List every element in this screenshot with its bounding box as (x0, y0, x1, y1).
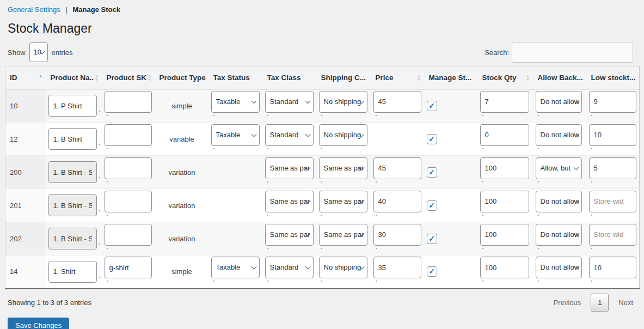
stock-qty-input[interactable] (480, 124, 529, 146)
product-name-input[interactable] (48, 261, 97, 283)
column-header-sku[interactable]: Product SKU▲▼ (102, 66, 155, 89)
manage-stock-checkbox[interactable]: ✓ (427, 200, 437, 211)
tax-class-select[interactable]: Same as par (265, 224, 314, 246)
stock-qty-input[interactable] (480, 191, 529, 212)
product-sku-input[interactable] (105, 224, 152, 246)
field-dot (321, 281, 322, 282)
stock-qty-input[interactable] (480, 91, 529, 113)
price-input[interactable] (373, 91, 421, 113)
shipping-class-select[interactable]: Same as par (319, 224, 367, 246)
manage-stock-checkbox[interactable]: ✓ (427, 234, 437, 244)
field-dot (107, 215, 108, 216)
product-type-label: simple (171, 102, 192, 110)
low-stock-input[interactable] (589, 224, 636, 246)
shipping-class-select[interactable]: No shipping (319, 124, 367, 146)
field-dot (107, 248, 108, 249)
product-sku-input[interactable] (105, 191, 152, 212)
next-button[interactable]: Next (618, 298, 633, 307)
field-dot (267, 115, 268, 116)
product-sku-input[interactable] (105, 157, 152, 179)
column-header-product-name[interactable]: Product Na...▲▼ (46, 66, 102, 89)
column-header-manage-stock[interactable]: Manage St... (425, 66, 478, 89)
shipping-class-select[interactable]: No shipping (319, 91, 367, 113)
low-stock-input[interactable] (589, 91, 636, 113)
field-dot (538, 248, 539, 249)
column-header-shipping-class[interactable]: Shipping C... (317, 66, 371, 89)
column-header-tax-class[interactable]: Tax Class (263, 66, 317, 89)
column-header-stock-qty[interactable]: Stock Qty▲▼ (478, 66, 533, 89)
stock-table: ID▲▼Product Na...▲▼Product SKU▲▼Product … (5, 66, 640, 289)
low-stock-input[interactable] (589, 124, 636, 146)
column-header-product-type[interactable]: Product Type (155, 66, 209, 89)
field-dot (538, 215, 539, 216)
allow-backorders-select[interactable]: Do not allow (536, 124, 582, 146)
column-header-allow-backorders[interactable]: Allow Back... (533, 66, 587, 89)
allow-backorders-select[interactable]: Allow, but (536, 157, 582, 179)
allow-backorders-select[interactable]: Do not allow (536, 91, 582, 113)
field-dot (213, 115, 214, 116)
select-value: Do not allow (541, 131, 580, 139)
field-dot (376, 215, 377, 216)
stock-qty-input[interactable] (480, 157, 529, 179)
allow-backorders-select[interactable]: Do not allow (536, 191, 582, 212)
product-sku-input[interactable] (105, 91, 152, 113)
chevron-down-icon (573, 164, 579, 170)
manage-stock-checkbox[interactable]: ✓ (427, 134, 437, 144)
tax-status-select[interactable]: Taxable (211, 91, 260, 113)
tax-class-select[interactable]: Standard (265, 257, 314, 278)
product-sku-input[interactable] (105, 124, 152, 146)
allow-backorders-select[interactable]: Do not allow (536, 224, 582, 246)
previous-button[interactable]: Previous (554, 298, 581, 307)
breadcrumb-link-general-settings[interactable]: General Settings (8, 5, 60, 14)
column-header-id[interactable]: ID▲▼ (5, 66, 46, 89)
product-name-input[interactable] (48, 228, 97, 249)
table-info: Showing 1 to 3 of 3 entries (5, 298, 91, 307)
manage-stock-checkbox[interactable]: ✓ (427, 167, 437, 178)
price-input[interactable] (373, 257, 421, 278)
search-input[interactable] (512, 42, 633, 63)
column-header-tax-status[interactable]: Tax Status (209, 66, 263, 89)
price-input[interactable] (373, 157, 421, 179)
table-row: 201variationSame as parSame as par✓Do no… (5, 189, 640, 222)
tax-status-select[interactable]: Taxable (211, 257, 260, 278)
stock-qty-input[interactable] (480, 224, 529, 246)
product-type-label: variable (169, 135, 194, 143)
tax-class-select[interactable]: Standard (265, 124, 314, 146)
manage-stock-checkbox[interactable]: ✓ (427, 266, 437, 277)
product-name-input[interactable] (48, 95, 97, 117)
column-label: Stock Qty (482, 74, 517, 82)
allow-backorders-select[interactable]: Do not allow (536, 257, 582, 278)
tax-status-select[interactable]: Taxable (211, 124, 260, 146)
entries-select[interactable]: 10 (29, 42, 48, 62)
column-header-price[interactable]: Price▲▼ (371, 66, 425, 89)
chevron-down-icon (305, 264, 310, 270)
product-name-input[interactable] (48, 128, 97, 150)
chevron-down-icon (305, 98, 310, 103)
tax-class-select[interactable]: Same as par (265, 157, 314, 179)
column-label: Product Type (160, 74, 206, 82)
shipping-class-select[interactable]: Same as par (319, 191, 367, 212)
manage-stock-checkbox[interactable]: ✓ (427, 101, 437, 111)
select-value: Same as par (270, 164, 310, 172)
page-number-button[interactable]: 1 (591, 294, 609, 312)
product-name-input[interactable] (48, 194, 97, 216)
save-changes-button[interactable]: Save Changes (8, 318, 69, 329)
low-stock-input[interactable] (589, 157, 636, 179)
column-header-low-stock[interactable]: Low stockt... (587, 66, 640, 89)
field-dot (107, 181, 108, 182)
stock-qty-input[interactable] (480, 257, 529, 278)
shipping-class-select[interactable]: Same as par (319, 157, 367, 179)
product-name-input[interactable] (48, 161, 97, 183)
price-input[interactable] (373, 191, 421, 212)
shipping-class-select[interactable]: No shipping (319, 257, 367, 278)
field-dot (321, 181, 322, 182)
tax-class-select[interactable]: Same as par (265, 191, 314, 212)
field-dot (321, 215, 322, 216)
field-dot (376, 281, 377, 282)
low-stock-input[interactable] (589, 257, 636, 278)
low-stock-input[interactable] (589, 191, 636, 212)
price-input[interactable] (373, 224, 421, 246)
product-sku-input[interactable] (105, 257, 152, 278)
tax-class-select[interactable]: Standard (265, 91, 314, 113)
field-dot (267, 281, 268, 282)
